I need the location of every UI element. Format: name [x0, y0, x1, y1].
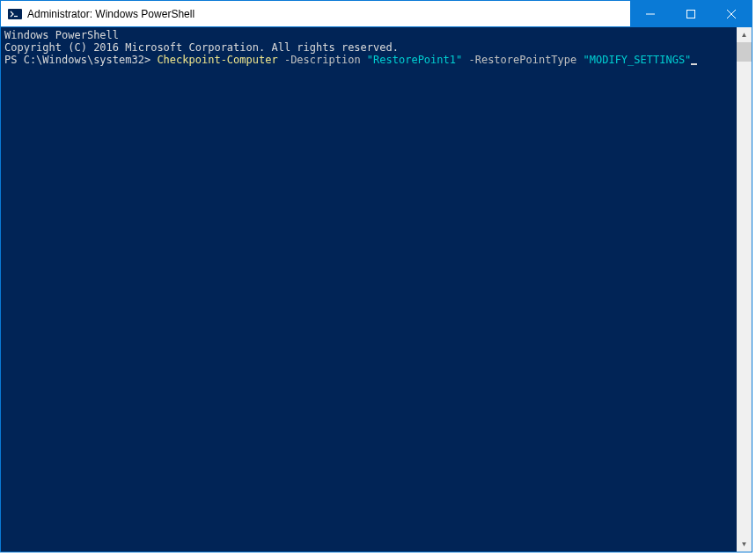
param-description: -Description — [284, 54, 361, 66]
value-description: "RestorePoint1" — [367, 54, 462, 66]
scroll-down-arrow[interactable]: ▼ — [737, 537, 752, 552]
powershell-icon — [8, 7, 22, 21]
cursor — [691, 63, 697, 65]
cmdlet: Checkpoint-Computer — [157, 54, 277, 66]
window-title: Administrator: Windows PowerShell — [27, 8, 630, 20]
powershell-window: Administrator: Windows PowerShell Window… — [0, 0, 752, 552]
scroll-thumb[interactable] — [737, 42, 752, 62]
titlebar[interactable]: Administrator: Windows PowerShell — [1, 1, 752, 27]
window-controls — [630, 1, 752, 26]
output-line: Copyright (C) 2016 Microsoft Corporation… — [4, 41, 733, 54]
vertical-scrollbar[interactable]: ▲ ▼ — [737, 27, 752, 552]
maximize-button[interactable] — [671, 1, 711, 26]
close-button[interactable] — [711, 1, 752, 26]
value-restoretype: "MODIFY_SETTINGS" — [584, 54, 692, 66]
scroll-up-arrow[interactable]: ▲ — [737, 27, 752, 42]
minimize-button[interactable] — [630, 1, 671, 26]
terminal-content[interactable]: Windows PowerShellCopyright (C) 2016 Mic… — [1, 27, 737, 552]
param-restoretype: -RestorePointType — [468, 54, 576, 66]
terminal-area: Windows PowerShellCopyright (C) 2016 Mic… — [1, 27, 752, 552]
scroll-track[interactable] — [737, 42, 752, 537]
command-line: PS C:\Windows\system32> Checkpoint-Compu… — [4, 54, 733, 66]
output-line: Windows PowerShell — [4, 29, 733, 41]
svg-rect-3 — [687, 10, 695, 18]
prompt: PS C:\Windows\system32> — [4, 54, 157, 66]
svg-rect-0 — [8, 9, 22, 19]
